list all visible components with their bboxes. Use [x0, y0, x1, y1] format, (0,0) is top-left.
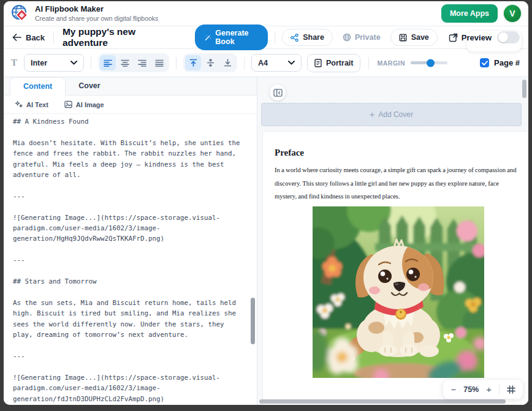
share-button[interactable]: Share [282, 29, 333, 46]
user-avatar[interactable]: V [504, 5, 521, 22]
document-icon [314, 59, 322, 67]
preview-control: Preview [462, 31, 520, 43]
ai-text-button[interactable]: AI Text [15, 100, 48, 108]
private-button[interactable]: Private [343, 33, 381, 42]
tab-cover[interactable]: Cover [66, 77, 113, 95]
preview-panel: + Add Cover Preface In a world where cur… [257, 77, 528, 405]
font-select-value: Inter [31, 59, 47, 67]
globe-icon [343, 33, 351, 42]
text-style-icon: T [10, 58, 18, 68]
markdown-editor[interactable]: ## A Kindness Found Mia doesn’t hesitate… [4, 114, 257, 405]
zoom-out-button[interactable]: − [450, 385, 456, 394]
margin-slider-fill [411, 61, 428, 64]
page-heading: Preface [275, 148, 528, 158]
editor-panel: Content Cover AI Text [4, 77, 257, 405]
valign-top-button[interactable] [185, 55, 201, 70]
zoom-controls: − 75% + [443, 379, 523, 399]
back-label: Back [26, 33, 45, 42]
document-toolbar: Back My puppy's new adventure Generate B… [4, 26, 528, 49]
app-window: AI Flipbook Maker Create and share your … [4, 1, 528, 405]
external-link-icon [449, 33, 458, 42]
fit-grid-icon[interactable] [507, 385, 515, 394]
orientation-label: Portrait [326, 59, 353, 67]
preview-toggle[interactable] [497, 31, 520, 43]
chevron-down-icon [288, 61, 295, 65]
add-cover-button[interactable]: + Add Cover [261, 103, 522, 126]
magic-wand-icon [205, 34, 211, 42]
page-size-value: A4 [258, 59, 268, 67]
ai-text-label: AI Text [26, 101, 48, 108]
more-apps-button[interactable]: More Apps [441, 4, 498, 23]
markdown-editor-text[interactable]: ## A Kindness Found Mia doesn’t hesitate… [13, 116, 248, 404]
preview-label: Preview [462, 33, 492, 42]
zoom-in-button[interactable]: + [486, 385, 492, 394]
orientation-button[interactable]: Portrait [307, 54, 360, 72]
divider [499, 385, 500, 394]
private-label: Private [355, 33, 381, 42]
app-subtitle: Create and share your own digital flipbo… [35, 15, 158, 22]
app-header: AI Flipbook Maker Create and share your … [4, 1, 528, 26]
ai-tools-row: AI Text AI Image [4, 96, 257, 114]
save-icon [399, 34, 407, 42]
book-page[interactable]: Preface In a world where curiosity meets… [263, 132, 528, 405]
back-arrow-icon [12, 34, 21, 41]
horizontal-align-group [98, 53, 169, 72]
ai-image-button[interactable]: AI Image [64, 100, 104, 108]
puppy-garden-image [313, 206, 484, 378]
divider [368, 57, 369, 69]
align-right-button[interactable] [134, 55, 150, 70]
generate-book-label: Generate Book [215, 29, 258, 46]
margin-label: MARGIN [377, 59, 405, 67]
open-external-button[interactable] [449, 33, 458, 42]
tab-content[interactable]: Content [10, 77, 66, 96]
page-size-select[interactable]: A4 [251, 54, 302, 72]
preview-vertical-scrollbar[interactable] [522, 80, 526, 98]
app-title: AI Flipbook Maker [35, 5, 158, 14]
format-toolbar: T Inter [4, 49, 528, 77]
toggle-knob [498, 32, 508, 42]
app-titles: AI Flipbook Maker Create and share your … [35, 5, 158, 22]
divider [244, 57, 245, 69]
divider [275, 31, 275, 43]
align-center-button[interactable] [117, 55, 133, 70]
zoom-level: 75% [463, 385, 479, 394]
puppy-illustration [313, 206, 484, 378]
page-number-label: Page # [494, 58, 520, 67]
editor-tab-bar: Content Cover [4, 77, 257, 96]
divider [91, 57, 91, 69]
save-label: Save [411, 33, 429, 42]
align-left-button[interactable] [100, 55, 116, 70]
font-select[interactable]: Inter [24, 54, 84, 72]
vertical-align-group [183, 53, 237, 72]
valign-middle-button[interactable] [202, 55, 218, 70]
page-number-control[interactable]: Page # [480, 58, 522, 67]
margin-control: MARGIN [377, 59, 447, 67]
divider [176, 57, 177, 69]
share-label: Share [303, 33, 324, 42]
document-title[interactable]: My puppy's new adventure [63, 26, 159, 48]
check-icon [482, 61, 488, 66]
margin-slider-knob[interactable] [427, 59, 435, 67]
ai-image-label: AI Image [76, 101, 104, 108]
page-number-checkbox[interactable] [480, 58, 489, 67]
align-justify-button[interactable] [151, 55, 167, 70]
add-cover-label: Add Cover [378, 110, 413, 119]
sparkles-icon [15, 100, 23, 108]
share-nodes-icon [291, 34, 298, 42]
valign-bottom-button[interactable] [219, 55, 235, 70]
generate-book-button[interactable]: Generate Book [195, 25, 268, 50]
preview-horizontal-scrollbar[interactable] [259, 399, 506, 404]
plus-icon: + [370, 110, 374, 119]
page-paragraph: In a world where curiosity meets courage… [275, 164, 522, 203]
collapse-panel-button[interactable] [270, 85, 286, 100]
editor-scrollbar[interactable] [251, 298, 255, 344]
save-button[interactable]: Save [390, 29, 438, 46]
collapse-sidebar-icon [273, 89, 283, 97]
image-icon [64, 100, 72, 108]
divider [53, 31, 54, 43]
app-logo-icon [11, 4, 29, 23]
chevron-down-icon [70, 61, 77, 65]
back-button[interactable]: Back [12, 33, 45, 42]
margin-slider[interactable] [411, 61, 447, 64]
